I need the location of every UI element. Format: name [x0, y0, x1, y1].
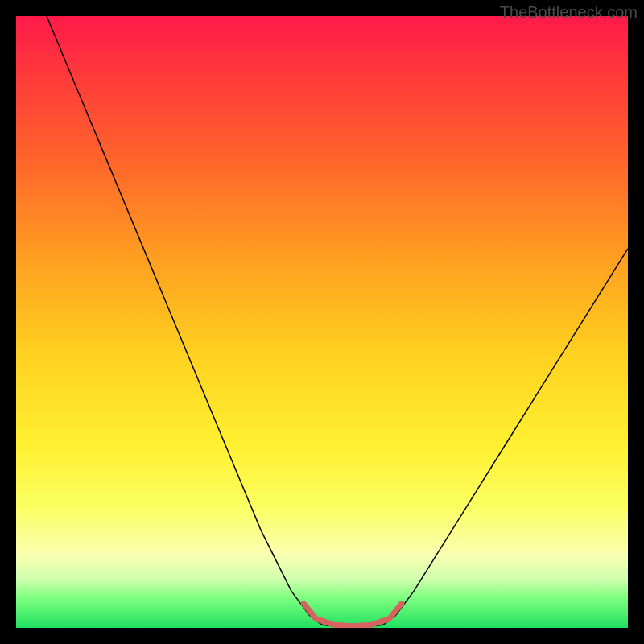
valley-highlight [303, 604, 402, 626]
chart-container: TheBottleneck.com [0, 0, 644, 644]
watermark-text: TheBottleneck.com [500, 3, 638, 22]
bottleneck-curve [47, 16, 628, 628]
curve-svg [16, 16, 628, 628]
plot-area [16, 16, 628, 628]
